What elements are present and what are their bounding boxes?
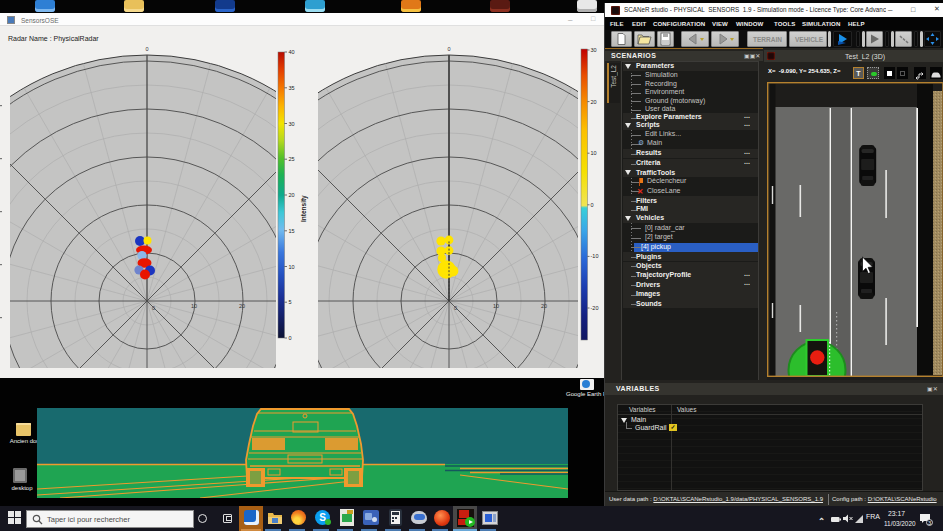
svg-text:3: 3 [928, 520, 931, 526]
svg-text:30: 30 [289, 121, 295, 127]
svg-text:0: 0 [289, 335, 292, 341]
svg-text:30: 30 [591, 47, 597, 53]
svg-text:20: 20 [591, 99, 597, 105]
svg-text:-10: -10 [591, 253, 599, 259]
svg-text:10: 10 [493, 303, 499, 309]
svg-text:15: 15 [289, 228, 295, 234]
svg-text:10: 10 [191, 303, 197, 309]
svg-text:20: 20 [239, 303, 245, 309]
svg-text:20: 20 [289, 192, 295, 198]
svg-text:5: 5 [289, 299, 292, 305]
svg-text:10: 10 [591, 150, 597, 156]
svg-text:0: 0 [591, 202, 594, 208]
svg-text:0: 0 [145, 46, 148, 52]
svg-text:10: 10 [289, 264, 295, 270]
svg-text:-20: -20 [591, 305, 599, 311]
svg-text:0: 0 [447, 46, 450, 52]
svg-text:Intensity: Intensity [300, 195, 308, 222]
svg-text:35: 35 [289, 85, 295, 91]
svg-text:20: 20 [541, 303, 547, 309]
svg-text:25: 25 [289, 156, 295, 162]
svg-text:0: 0 [152, 305, 155, 311]
svg-text:0: 0 [454, 305, 457, 311]
svg-text:40: 40 [289, 49, 295, 55]
